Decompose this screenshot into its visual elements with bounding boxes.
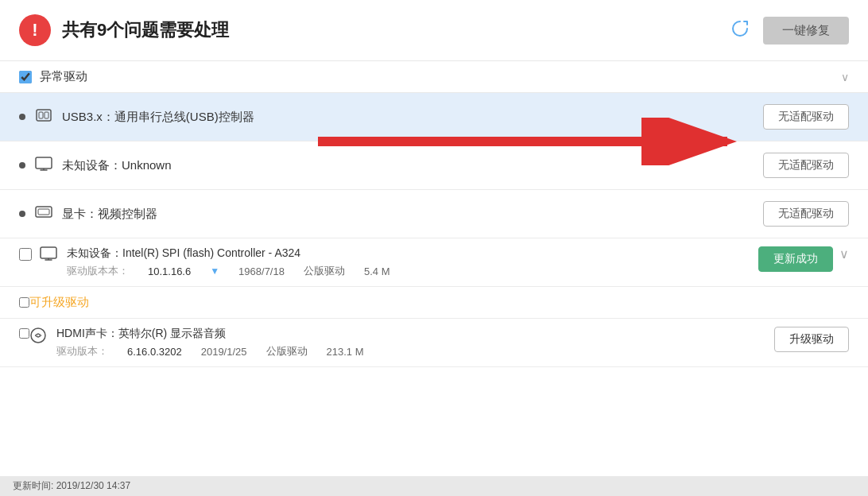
header: ! 共有9个问题需要处理 一键修复 [0, 0, 868, 61]
abnormal-chevron[interactable]: ∨ [841, 71, 849, 83]
intel-update-success-button[interactable]: 更新成功 [758, 246, 833, 272]
hdmi-icon [29, 327, 47, 348]
abnormal-section-title: 异常驱动 [40, 69, 87, 84]
hdmi-upgrade-button[interactable]: 升级驱动 [774, 327, 849, 352]
display-no-driver-button[interactable]: 无适配驱动 [763, 201, 849, 227]
hdmi-name: HDMI声卡：英特尔(R) 显示器音频 [56, 327, 774, 341]
svg-point-11 [31, 328, 45, 343]
display-bullet [19, 211, 25, 217]
hdmi-date: 2019/1/25 [201, 346, 247, 358]
status-text: 更新时间: 2019/12/30 14:37 [13, 480, 130, 491]
intel-spi-name: 未知设备：Intel(R) SPI (flash) Controller - A… [67, 246, 758, 261]
display-card-icon [35, 205, 52, 223]
upgradable-checkbox[interactable] [19, 297, 29, 308]
intel-spi-row: 未知设备：Intel(R) SPI (flash) Controller - A… [0, 238, 868, 287]
svg-rect-8 [41, 247, 56, 258]
intel-expand-chevron[interactable]: ∨ [839, 246, 849, 262]
status-bar: 更新时间: 2019/12/30 14:37 [0, 476, 868, 496]
usb3-row: USB3.x：通用串行总线(USB)控制器 无适配驱动 [0, 93, 868, 141]
svg-rect-2 [45, 112, 48, 118]
page-title: 共有9个问题需要处理 [62, 18, 730, 42]
hdmi-row: HDMI声卡：英特尔(R) 显示器音频 驱动版本： 6.16.0.3202 20… [0, 319, 868, 367]
hdmi-version-value: 6.16.0.3202 [127, 346, 182, 358]
unknown-no-driver-button[interactable]: 无适配驱动 [763, 153, 849, 178]
upgradable-title: 可升级驱动 [29, 295, 89, 310]
intel-date: 1968/7/18 [238, 265, 285, 277]
usb3-icon [35, 107, 52, 128]
usb3-label: USB3.x：通用串行总线(USB)控制器 [62, 110, 763, 125]
svg-rect-1 [39, 112, 43, 118]
abnormal-section-header: 异常驱动 ∨ [0, 61, 868, 93]
unknown-bullet [19, 162, 25, 169]
hdmi-meta: 驱动版本： 6.16.0.3202 2019/1/25 公版驱动 213.1 M [56, 344, 774, 358]
svg-point-12 [37, 334, 40, 337]
intel-version-value: 10.1.16.6 [148, 265, 191, 277]
hdmi-details: HDMI声卡：英特尔(R) 显示器音频 驱动版本： 6.16.0.3202 20… [56, 327, 774, 358]
intel-spi-details: 未知设备：Intel(R) SPI (flash) Controller - A… [67, 246, 758, 278]
intel-version-dropdown[interactable]: ▼ [210, 265, 219, 277]
warning-icon: ! [19, 14, 51, 46]
unknown-device-label: 未知设备：Unknown [62, 158, 763, 173]
upgradable-section-header: 可升级驱动 [0, 287, 868, 319]
display-card-row: 显卡：视频控制器 无适配驱动 [0, 190, 868, 238]
intel-type: 公版驱动 [304, 264, 345, 278]
intel-size: 5.4 M [364, 265, 390, 277]
unknown-device-icon [35, 157, 52, 175]
abnormal-section-checkbox[interactable] [19, 71, 32, 83]
unknown-device-row: 未知设备：Unknown 无适配驱动 [0, 141, 868, 190]
intel-spi-meta: 驱动版本本： 10.1.16.6 ▼ 1968/7/18 公版驱动 5.4 M [67, 264, 758, 278]
hdmi-version-label: 驱动版本： [56, 344, 108, 358]
hdmi-checkbox[interactable] [19, 328, 29, 339]
usb3-no-driver-button[interactable]: 无适配驱动 [763, 104, 849, 130]
usb3-bullet [19, 114, 25, 120]
refresh-button[interactable] [730, 18, 750, 43]
display-card-label: 显卡：视频控制器 [62, 207, 763, 222]
intel-spi-icon [40, 246, 57, 265]
svg-rect-3 [36, 157, 52, 169]
intel-spi-checkbox[interactable] [19, 248, 32, 261]
svg-rect-7 [38, 209, 49, 215]
fix-all-button[interactable]: 一键修复 [763, 17, 849, 45]
hdmi-size: 213.1 M [327, 346, 364, 358]
intel-version-label: 驱动版本本： [67, 264, 129, 278]
main-container: ! 共有9个问题需要处理 一键修复 异常驱动 ∨ USB3.x：通用串行总线(U… [0, 0, 868, 496]
hdmi-type: 公版驱动 [266, 344, 308, 358]
